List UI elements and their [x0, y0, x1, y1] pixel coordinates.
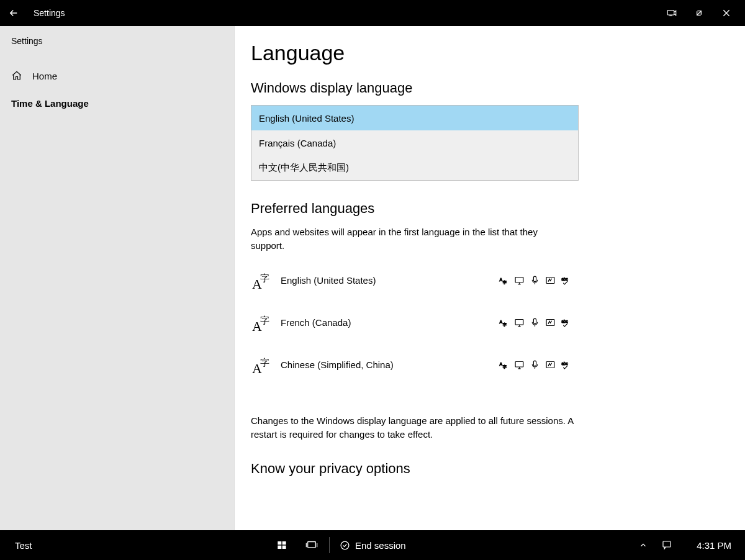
section-display-language: Windows display language	[251, 80, 729, 96]
display-icon	[514, 359, 525, 370]
main-panel: Language Windows display language Englis…	[235, 26, 745, 530]
taskbar: Test End session 4:31 PM	[0, 530, 745, 560]
fullscreen-icon[interactable]	[685, 8, 713, 18]
section-preferred-languages: Preferred languages	[251, 201, 729, 217]
svg-text:abc: abc	[561, 361, 568, 366]
svg-text:A: A	[499, 320, 502, 325]
preferred-language-item[interactable]: A字 English (United States) A字 abc	[251, 265, 571, 307]
svg-text:字: 字	[260, 273, 269, 283]
display-language-option[interactable]: 中文(中华人民共和国)	[251, 155, 578, 180]
handwriting-icon	[545, 317, 556, 328]
svg-text:字: 字	[503, 364, 507, 369]
content-area: Settings Home Time & Language Language W…	[0, 26, 745, 530]
tray-overflow-button[interactable]	[633, 530, 653, 560]
spellcheck-icon: abc	[561, 275, 571, 286]
svg-text:字: 字	[260, 315, 269, 325]
svg-rect-22	[533, 361, 536, 366]
language-icon: A字	[251, 270, 281, 291]
svg-rect-21	[515, 362, 523, 368]
connection-icon[interactable]	[658, 7, 685, 19]
start-button[interactable]	[267, 530, 297, 560]
preferred-languages-description: Apps and websites will appear in the fir…	[251, 225, 574, 253]
speech-icon	[530, 275, 540, 286]
svg-point-30	[341, 541, 349, 549]
svg-rect-27	[278, 546, 281, 549]
speech-icon	[530, 317, 540, 328]
sidebar-item-label: Time & Language	[11, 98, 89, 109]
language-icon: A字	[251, 312, 281, 333]
end-session-button[interactable]: End session	[332, 530, 413, 560]
breadcrumb: Settings	[0, 35, 234, 62]
sidebar-item-label: Home	[32, 71, 57, 81]
taskbar-divider	[329, 537, 330, 553]
chevron-up-icon	[639, 541, 648, 549]
close-icon[interactable]	[713, 8, 740, 18]
display-language-option[interactable]: Français (Canada)	[251, 130, 578, 155]
sidebar: Settings Home Time & Language	[0, 26, 235, 530]
preferred-language-item[interactable]: A字 Chinese (Simplified, China) A字 abc	[251, 350, 571, 392]
display-language-note: Changes to the Windows display language …	[251, 414, 574, 442]
svg-rect-5	[515, 278, 523, 283]
language-pack-icons: A字 abc	[499, 317, 571, 328]
svg-rect-13	[515, 320, 523, 325]
spellcheck-icon: abc	[561, 359, 571, 370]
language-icon: A字	[251, 355, 281, 376]
svg-text:字: 字	[260, 358, 269, 368]
taskbar-user[interactable]: Test	[0, 540, 47, 551]
titlebar-title: Settings	[34, 8, 65, 18]
check-circle-icon	[340, 540, 350, 551]
svg-text:字: 字	[503, 322, 507, 327]
notification-icon	[661, 540, 672, 551]
titlebar: Settings	[0, 0, 745, 26]
task-view-button[interactable]	[297, 530, 327, 560]
text-to-speech-icon: A字	[499, 275, 509, 286]
display-icon	[514, 275, 525, 286]
svg-rect-0	[667, 11, 674, 16]
svg-rect-31	[663, 541, 670, 547]
display-language-option[interactable]: English (United States)	[251, 106, 578, 130]
home-icon	[11, 70, 24, 81]
svg-rect-28	[282, 546, 286, 549]
svg-text:A: A	[499, 278, 502, 282]
text-to-speech-icon: A字	[499, 359, 509, 370]
spellcheck-icon: abc	[561, 317, 571, 328]
page-title: Language	[251, 41, 729, 65]
preferred-language-label: English (United States)	[281, 275, 499, 286]
svg-text:A: A	[499, 362, 502, 367]
svg-rect-25	[278, 541, 281, 544]
preferred-language-label: Chinese (Simplified, China)	[281, 359, 499, 370]
handwriting-icon	[545, 359, 556, 370]
preferred-language-item[interactable]: A字 French (Canada) A字 abc	[251, 307, 571, 350]
back-button[interactable]	[5, 7, 22, 19]
language-pack-icons: A字 abc	[499, 275, 571, 286]
svg-text:字: 字	[503, 280, 507, 284]
section-privacy-options: Know your privacy options	[251, 461, 729, 477]
svg-text:abc: abc	[561, 319, 568, 323]
svg-rect-26	[282, 541, 286, 544]
sidebar-item-home[interactable]: Home	[0, 62, 234, 89]
display-icon	[514, 317, 525, 328]
speech-icon	[530, 359, 540, 370]
language-pack-icons: A字 abc	[499, 359, 571, 370]
svg-rect-6	[533, 276, 536, 282]
action-center-button[interactable]	[656, 530, 678, 560]
svg-rect-14	[533, 318, 536, 324]
svg-text:abc: abc	[561, 277, 568, 281]
text-to-speech-icon: A字	[499, 317, 509, 328]
preferred-language-label: French (Canada)	[281, 317, 499, 328]
taskbar-clock[interactable]: 4:31 PM	[683, 540, 745, 551]
display-language-listbox[interactable]: English (United States) Français (Canada…	[251, 105, 579, 181]
sidebar-item-time-language[interactable]: Time & Language	[0, 89, 234, 117]
tray	[633, 530, 683, 560]
svg-rect-29	[308, 542, 316, 548]
end-session-label: End session	[355, 540, 406, 551]
handwriting-icon	[545, 275, 556, 286]
